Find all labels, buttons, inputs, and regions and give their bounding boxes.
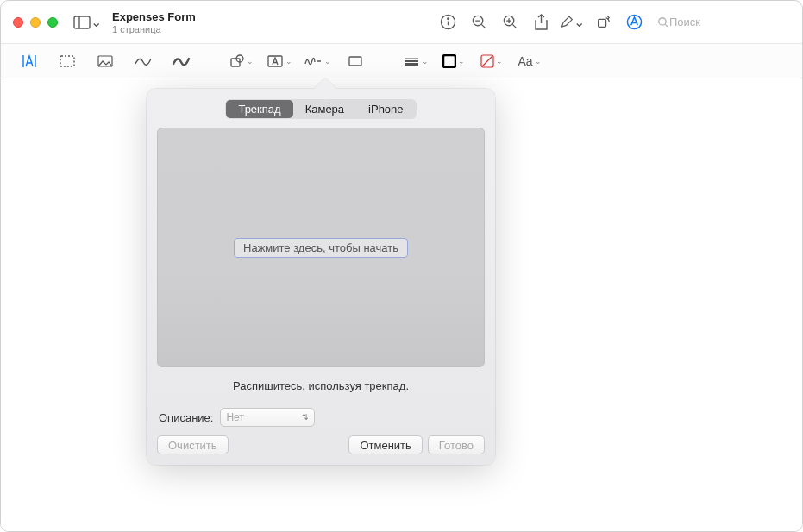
svg-rect-12 [599,19,606,27]
info-button[interactable] [435,10,461,34]
svg-rect-0 [74,16,90,28]
markup-button[interactable] [621,10,647,34]
draw-tool[interactable] [163,50,199,72]
popover-button-row: Очистить Отменить Готово [157,435,485,454]
highlight-button[interactable]: ⌄ [559,10,585,34]
chevron-down-icon: ⌄ [535,57,542,66]
note-tool[interactable] [337,50,373,72]
document-subtitle: 1 страница [112,24,196,34]
stroke-style-menu[interactable]: ⌄ [398,50,434,72]
tab-iphone[interactable]: iPhone [356,100,415,118]
chevron-down-icon: ⌄ [422,57,429,66]
search-field[interactable] [652,11,790,34]
rotate-button[interactable] [590,10,616,34]
close-window-button[interactable] [13,17,23,28]
tab-trackpad[interactable]: Трекпад [226,100,292,118]
toolbar-right-group: ⌄ [435,10,790,34]
svg-rect-18 [60,56,74,66]
signature-instruction: Распишитесь, используя трекпад. [157,379,485,392]
document-title: Expenses Form [112,10,196,23]
svg-line-6 [481,24,485,28]
shapes-menu[interactable]: ⌄ [223,50,260,72]
titlebar: ⌄ Expenses Form 1 страница ⌄ [1,1,802,44]
minimize-window-button[interactable] [30,17,41,28]
description-label: Описание: [159,411,213,424]
svg-rect-20 [231,59,240,66]
start-signing-button[interactable]: Нажмите здесь, чтобы начать [234,238,408,258]
signature-draw-area[interactable]: Нажмите здесь, чтобы начать [157,128,485,367]
svg-point-14 [659,17,666,24]
chevron-down-icon: ⌄ [574,14,585,30]
search-input[interactable] [669,16,773,28]
svg-line-9 [512,24,516,28]
stroke-color-menu[interactable]: ⌄ [436,50,472,72]
done-button[interactable]: Готово [428,435,485,454]
chevron-down-icon: ⌄ [247,57,254,66]
cancel-button[interactable]: Отменить [348,435,422,454]
chevron-down-icon: ⌄ [285,57,292,66]
description-value: Нет [226,411,243,423]
sign-menu[interactable]: ⌄ [299,50,336,72]
svg-rect-23 [349,57,361,66]
svg-line-15 [665,24,668,27]
text-box-tool[interactable]: ⌄ [261,50,298,72]
signature-popover: Трекпад Камера iPhone Нажмите здесь, что… [147,89,495,465]
svg-rect-19 [98,56,112,66]
chevron-down-icon: ⌄ [496,57,503,66]
chevron-down-icon: ⌄ [324,57,331,66]
zoom-in-button[interactable] [497,10,523,34]
fill-color-menu[interactable]: ⌄ [474,50,510,72]
tab-camera[interactable]: Камера [293,100,356,118]
zoom-out-button[interactable] [466,10,492,34]
sidebar-toggle-button[interactable]: ⌄ [73,10,102,34]
window-controls [13,17,58,28]
markup-toolbar: ⌄ ⌄ ⌄ ⌄ ⌄ ⌄ Aa ⌄ [1,44,802,78]
updown-icon: ⇅ [302,413,309,422]
share-button[interactable] [528,10,554,34]
description-row: Описание: Нет ⇅ [157,408,485,435]
rect-selection-tool[interactable] [49,50,85,72]
chevron-down-icon: ⌄ [458,57,465,66]
svg-point-4 [447,18,449,20]
search-icon [657,16,669,28]
clear-button[interactable]: Очистить [157,435,229,454]
signature-source-tabs: Трекпад Камера iPhone [225,99,416,119]
document-title-block: Expenses Form 1 страница [112,10,196,34]
sketch-tool[interactable] [125,50,161,72]
svg-rect-27 [443,55,455,67]
text-style-menu[interactable]: Aa ⌄ [511,50,548,72]
chevron-down-icon: ⌄ [91,14,102,30]
description-select[interactable]: Нет ⇅ [220,408,315,427]
instant-alpha-tool[interactable] [87,50,123,72]
text-selection-tool[interactable] [11,50,47,72]
zoom-window-button[interactable] [47,17,58,28]
preview-window: ⌄ Expenses Form 1 страница ⌄ [0,0,803,532]
